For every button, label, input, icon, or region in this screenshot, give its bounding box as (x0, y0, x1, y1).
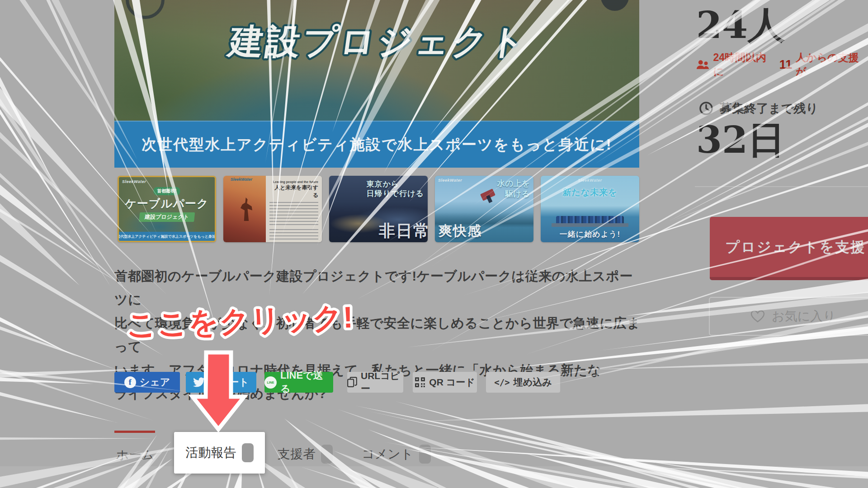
brand-logo: SleekWater (438, 178, 462, 183)
clock-icon (699, 101, 713, 116)
brand-logo: SleekWater (231, 177, 252, 182)
embed-button[interactable]: </> 埋め込み (486, 372, 560, 393)
support-project-button[interactable]: プロジェクトを支援 (710, 217, 868, 280)
share-buttons-row: f シェア ツイート LINE LINEで送る URLコピー QR コード < (114, 372, 560, 393)
qr-code-button[interactable]: QR コード (413, 372, 477, 393)
brand-logo: SleekWater (578, 178, 602, 183)
tab-activity-report[interactable]: 活動報告 (174, 432, 265, 474)
thumb1-badge: 首都圏初! (153, 187, 180, 195)
thumb5-big-text: 一緒に始めよう! (541, 229, 639, 239)
days-left: 32日 (696, 121, 785, 158)
code-icon: </> (494, 377, 509, 387)
thumb2-heading: 人と未来を牽引する (269, 184, 318, 199)
thumbnail-tokyo[interactable]: 東京から日帰りで行ける 非日常 (329, 176, 428, 242)
facebook-icon: f (124, 376, 136, 388)
hero-image: 建設プロジェクト 次世代型水上アクティビティ施設で水上スポーツをもっと身近に! (114, 0, 639, 168)
sidebar-divider (695, 186, 868, 187)
hero-title: 建設プロジェクト (114, 4, 639, 76)
thumb2-photo (223, 176, 268, 242)
qr-icon (415, 377, 425, 388)
deadline-row: 募集終了まで残り (699, 100, 818, 117)
thumbnail-future[interactable]: SleekWater 新たな未来を 一緒に始めよう! (541, 176, 639, 242)
thumb5-dock (552, 223, 628, 227)
thumbnail-ride[interactable]: SleekWater 水の上を駆ける 爽快感 (435, 176, 533, 242)
thumb5-people (556, 216, 624, 223)
thumb2-bodytext (269, 202, 318, 225)
comments-count-badge (419, 445, 431, 464)
active-tab-indicator (114, 431, 155, 433)
line-share-button[interactable]: LINE LINEで送る (264, 372, 333, 393)
heart-icon (750, 310, 765, 323)
recent-support-note: 24時間以内に11人からの支援が (696, 51, 868, 79)
facebook-share-button[interactable]: f シェア (114, 372, 180, 393)
thumb1-subtitle: 建設プロジェクト (139, 212, 195, 222)
thumb4-big-text: 爽快感 (439, 222, 482, 240)
supporters-count-badge (321, 445, 333, 464)
copy-icon (347, 377, 357, 388)
thumb2-heading-en: Leading people and the future (269, 180, 318, 183)
supporters-count: 24人 (696, 6, 785, 43)
twitter-tweet-button[interactable]: ツイート (186, 372, 256, 393)
hero-title-text: 建設プロジェクト (225, 22, 530, 61)
favorite-button[interactable]: お気に入り (709, 297, 868, 336)
supporters-icon (696, 59, 709, 70)
thumb2-bodytext (269, 229, 318, 241)
hero-banner-text: 次世代型水上アクティビティ施設で水上スポーツをもっと身近に! (142, 135, 612, 155)
brand-logo: SleekWater (122, 179, 146, 184)
thumbnail-cablepark[interactable]: SleekWater 首都圏初! ケーブルパーク 建設プロジェクト 次世代型水上… (118, 176, 216, 242)
thumb5-caption: 新たな未来を (541, 187, 639, 198)
thumb1-strip: 次世代型水上アクティビティ施設で水上スポーツをもっと身近に! (119, 232, 215, 241)
twitter-icon (193, 377, 205, 387)
line-icon: LINE (264, 376, 277, 389)
thumbnail-mission[interactable]: SleekWater Leading people and the future… (223, 176, 322, 242)
thumb3-caption: 東京から日帰りで行ける (366, 179, 424, 198)
url-copy-button[interactable]: URLコピー (347, 372, 403, 393)
tab-home[interactable]: ホーム (114, 446, 156, 464)
thumb1-title: ケーブルパーク (119, 196, 215, 211)
hero-banner: 次世代型水上アクティビティ施設で水上スポーツをもっと身近に! (114, 121, 639, 168)
page-footer-band (0, 466, 868, 488)
thumb2-panel: SleekWater Leading people and the future… (266, 176, 322, 242)
tab-comments[interactable]: コメント (362, 445, 431, 464)
crowdfunding-page: 建設プロジェクト 次世代型水上アクティビティ施設で水上スポーツをもっと身近に! … (0, 0, 868, 488)
thumb4-caption: 水の上を駆ける (497, 178, 530, 199)
tab-supporters[interactable]: 支援者 (278, 445, 333, 464)
wakeboarder-figure (480, 188, 495, 201)
thumb3-big-text: 非日常 (379, 220, 428, 242)
activity-count-badge (242, 443, 254, 462)
